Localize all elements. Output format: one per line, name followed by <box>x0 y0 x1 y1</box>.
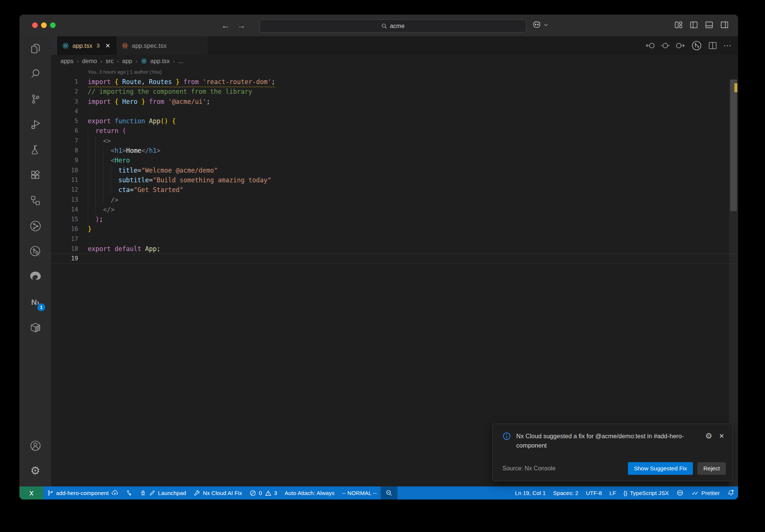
formatter-status[interactable]: ✓✓ Prettier <box>688 486 724 499</box>
nav-dot-circle-icon[interactable] <box>660 41 670 50</box>
sidebar-item-nx-console[interactable]: N› 1 <box>19 290 51 315</box>
code-line-17[interactable]: 17 <box>51 234 738 244</box>
nav-forward-circle-icon[interactable] <box>676 41 685 50</box>
breadcrumb-file[interactable]: app.tsx <box>151 58 170 65</box>
double-check-icon: ✓✓ <box>691 490 697 496</box>
run-graph-circle-icon[interactable] <box>691 40 702 51</box>
encoding-status[interactable]: UTF-8 <box>582 486 606 499</box>
code-line-1[interactable]: 1import { Route, Routes } from 'react-ro… <box>51 77 738 87</box>
git-blame-annotation: You, 3 hours ago | 1 author (You) <box>51 67 738 77</box>
sidebar-item-testing[interactable] <box>19 137 51 163</box>
sidebar-item-containers[interactable] <box>19 315 51 340</box>
nav-back-circle-icon[interactable] <box>645 41 655 50</box>
eol-status[interactable]: LF <box>606 486 620 499</box>
tab-problems-badge: 3 <box>96 42 100 49</box>
settings-button[interactable]: ⚙ <box>19 458 51 483</box>
auto-attach-status[interactable]: Auto Attach: Always <box>281 486 338 499</box>
sidebar-item-explorer[interactable] <box>19 36 51 61</box>
indent-guide <box>95 155 96 165</box>
copilot-menu[interactable] <box>532 20 548 30</box>
zoom-window-button[interactable] <box>50 22 56 28</box>
indent-guide <box>103 185 103 195</box>
sidebar-item-run-debug[interactable] <box>19 112 51 137</box>
code-line-11[interactable]: 11 subtitle="Build something amazing tod… <box>51 175 738 185</box>
toggle-secondary-sidebar-icon[interactable] <box>720 20 729 30</box>
show-suggested-fix-button[interactable]: Show Suggested Fix <box>628 462 693 475</box>
sidebar-item-nx-cloud[interactable] <box>19 239 51 264</box>
code-line-7[interactable]: 7 <> <box>51 136 738 146</box>
notification-settings-gear-icon[interactable]: ⚙ <box>705 432 712 440</box>
code-line-9[interactable]: 9 <Hero <box>51 155 738 165</box>
vim-mode-status[interactable]: -- NORMAL -- <box>338 486 381 499</box>
code-line-18[interactable]: 18export default App; <box>51 244 738 254</box>
code-content <box>88 106 738 116</box>
git-branch-status[interactable]: add-hero-component <box>43 486 122 499</box>
breadcrumb-item[interactable]: apps <box>61 58 74 65</box>
history-back-button[interactable]: ← <box>221 20 230 31</box>
react-icon <box>62 42 69 49</box>
code-line-3[interactable]: 3import { Hero } from '@acme/ui'; <box>51 97 738 106</box>
problems-status[interactable]: 0 3 <box>246 486 281 499</box>
code-line-13[interactable]: 13 /> <box>51 195 738 205</box>
breadcrumb-item[interactable]: demo <box>82 58 97 65</box>
toggle-panel-icon[interactable] <box>704 20 714 30</box>
code-line-8[interactable]: 8 <h1>Home</h1> <box>51 146 738 155</box>
customize-layout-icon[interactable] <box>674 20 683 30</box>
copilot-status[interactable] <box>672 486 688 499</box>
toggle-primary-sidebar-icon[interactable] <box>689 20 699 30</box>
indent-guide <box>95 136 96 146</box>
code-line-6[interactable]: 6 return ( <box>51 126 738 136</box>
notifications-status[interactable] <box>724 486 738 499</box>
notification-close-icon[interactable]: ✕ <box>719 432 724 440</box>
activity-bar: N› 1 <box>19 36 51 486</box>
nx-cloud-fix-status[interactable]: Nx Cloud AI Fix <box>190 486 246 499</box>
indent-guide <box>111 185 111 195</box>
code-content: // importing the component from the libr… <box>88 87 738 96</box>
history-forward-button[interactable]: → <box>237 20 246 31</box>
code-line-16[interactable]: 16} <box>51 224 738 234</box>
code-line-15[interactable]: 15 ); <box>51 214 738 224</box>
sidebar-item-extensions[interactable] <box>19 163 51 188</box>
zoom-out-status[interactable] <box>381 486 397 499</box>
line-number: 15 <box>51 214 78 224</box>
reject-button[interactable]: Reject <box>697 462 726 475</box>
breadcrumb-item[interactable]: app <box>122 58 132 65</box>
scrollbar-thumb[interactable] <box>730 80 737 211</box>
sidebar-item-nx-graph[interactable] <box>19 213 51 239</box>
cursor-position-status[interactable]: Ln 19, Col 1 <box>511 486 549 499</box>
line-number: 4 <box>51 106 78 116</box>
tab-app-tsx[interactable]: app.tsx 3 ✕ <box>57 36 117 55</box>
sidebar-item-edge-devtools[interactable] <box>19 264 51 290</box>
language-mode-status[interactable]: {} TypeScript JSX <box>620 486 672 499</box>
code-content <box>88 254 738 263</box>
close-tab-icon[interactable]: ✕ <box>105 42 110 49</box>
breadcrumb-overflow[interactable]: ... <box>178 58 183 65</box>
close-window-button[interactable] <box>32 22 38 28</box>
minimize-window-button[interactable] <box>41 22 47 28</box>
commit-graph-icon <box>126 490 132 496</box>
launchpad-status[interactable]: Launchpad <box>136 486 190 499</box>
remote-indicator[interactable] <box>19 486 43 499</box>
launchpad-label: Launchpad <box>158 490 186 496</box>
sidebar-item-source-control[interactable] <box>19 86 51 112</box>
indent-guide <box>88 155 88 165</box>
sidebar-item-references[interactable] <box>19 188 51 213</box>
more-actions-icon[interactable]: ⋯ <box>723 44 731 47</box>
code-line-2[interactable]: 2// importing the component from the lib… <box>51 87 738 96</box>
git-graph-status[interactable] <box>122 486 136 499</box>
code-line-5[interactable]: 5export function App() { <box>51 116 738 126</box>
sidebar-item-search[interactable] <box>19 61 51 86</box>
code-line-12[interactable]: 12 cta="Get Started" <box>51 185 738 195</box>
code-line-19[interactable]: 19 <box>51 254 738 263</box>
line-number: 19 <box>51 254 78 263</box>
code-line-14[interactable]: 14 </> <box>51 205 738 214</box>
code-line-10[interactable]: 10 title="Welcmoe @acme/demo" <box>51 166 738 175</box>
breadcrumb-item[interactable]: src <box>106 58 114 65</box>
tab-app-spec-tsx[interactable]: app.spec.tsx <box>117 36 208 55</box>
account-button[interactable] <box>19 433 51 458</box>
line-number: 13 <box>51 195 78 205</box>
indentation-status[interactable]: Spaces: 2 <box>549 486 582 499</box>
command-center-search[interactable]: acme <box>260 19 526 33</box>
split-editor-icon[interactable] <box>708 41 718 50</box>
code-line-4[interactable]: 4 <box>51 106 738 116</box>
